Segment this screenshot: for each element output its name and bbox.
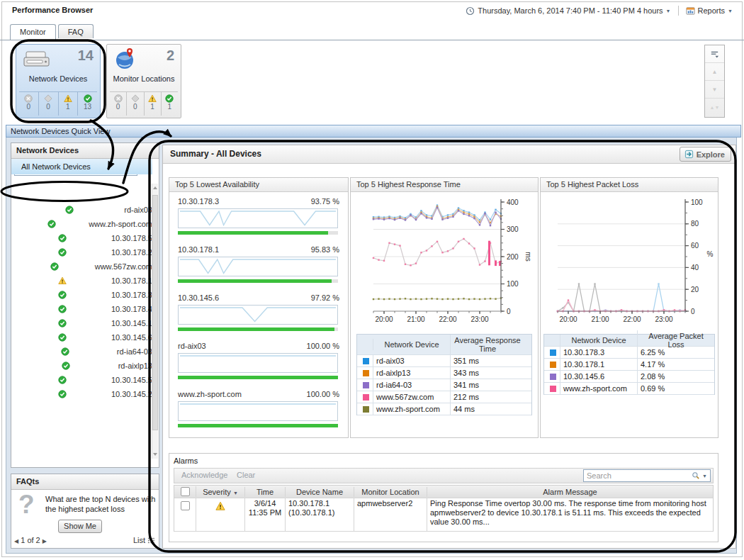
svg-text:40: 40 (691, 264, 699, 271)
scroll-down-button[interactable]: ▼ (705, 81, 724, 99)
status-normal-cell[interactable]: 13 (77, 92, 97, 116)
status-normal-icon (58, 305, 67, 313)
column-time[interactable]: Time (245, 487, 286, 497)
status-fatal-cell[interactable]: 0 (19, 92, 38, 116)
device-list-item[interactable]: 10.30.178.5 (11, 231, 152, 245)
device-list-item[interactable]: www.567zw.com (11, 259, 152, 274)
status-warning-cell[interactable]: 1 (58, 92, 78, 116)
list-icon (147, 537, 155, 544)
availability-row[interactable]: www.zh-sport.com100.00 % (169, 388, 348, 436)
device-list-item[interactable]: 10.30.178.2 (11, 245, 152, 259)
table-row[interactable]: rd-aixlp13 343 ms (357, 367, 531, 379)
device-list-item[interactable]: 10.30.145.6 (11, 330, 152, 345)
scrollbar[interactable] (152, 184, 158, 459)
value-cell: 341 ms (450, 379, 524, 391)
pager-next-icon[interactable]: ▶ (43, 538, 47, 544)
table-row[interactable]: rd-ia64-03 341 ms (357, 379, 531, 391)
device-list-item[interactable]: 10.30.178.1 (11, 274, 152, 288)
table-row[interactable]: www.zh-sport.com 0.69 % (544, 383, 714, 395)
availability-bar-track (178, 231, 338, 235)
search-options-caret-icon[interactable]: ▼ (700, 474, 710, 478)
scroll-down-icon[interactable] (153, 453, 157, 456)
faqts-header: FAQts (11, 474, 159, 490)
value-cell: 4.17 % (637, 359, 714, 370)
reports-menu[interactable]: Reports ▼ (686, 6, 733, 16)
tab-monitor[interactable]: Monitor (10, 24, 56, 40)
device-name: 10.30.145.6 (178, 293, 219, 302)
column-monitor-location[interactable]: Monitor Location (354, 487, 427, 497)
clear-button[interactable]: Clear (237, 471, 255, 479)
device-cell: 10.30.145.6 (560, 371, 637, 382)
device-panel-header: Network Devices (11, 143, 159, 159)
scroll-up-button[interactable]: ▲ (705, 63, 724, 81)
table-row[interactable]: www.zh-sport.com 44 ms (357, 403, 531, 415)
table-row[interactable]: www.567zw.com 212 ms (357, 391, 531, 403)
column-severity[interactable]: Severity ▼ (196, 487, 245, 497)
explore-button[interactable]: Explore (680, 147, 731, 162)
svg-text:100: 100 (507, 280, 519, 288)
device-list-item[interactable]: 10.30.145.2 (11, 387, 152, 401)
faqts-question[interactable]: What are the top N devices with the high… (45, 494, 156, 514)
acknowledge-button[interactable]: Acknowledge (181, 471, 227, 479)
svg-text:0: 0 (691, 308, 695, 315)
select-all-checkbox[interactable] (181, 487, 190, 496)
alarms-search-input[interactable] (584, 471, 692, 481)
table-row[interactable]: rd-aix03 351 ms (357, 355, 531, 367)
collapse-button[interactable]: ▲▼ (705, 99, 724, 116)
pager-prev-icon[interactable]: ◀ (14, 538, 18, 544)
status-unknown-cell[interactable]: 0 (126, 92, 143, 116)
alarm-row[interactable]: 3/6/14 11:35 PM 10.30.178.1 (10.30.178.1… (174, 498, 713, 532)
status-normal-icon (58, 376, 67, 384)
status-normal-icon (58, 291, 67, 299)
availability-bar-track (178, 424, 338, 427)
show-me-button[interactable]: Show Me (58, 520, 102, 533)
availability-row[interactable]: 10.30.178.393.75 % (169, 195, 348, 243)
tile-count: 2 (167, 47, 174, 64)
status-fatal-cell[interactable]: 0 (110, 92, 126, 116)
svg-text:20:00: 20:00 (375, 315, 393, 323)
tab-faq[interactable]: FAQ (58, 24, 94, 38)
status-normal-icon (58, 390, 67, 398)
column-device[interactable]: Network Device (373, 339, 450, 350)
table-row[interactable]: 10.30.145.6 2.08 % (544, 371, 714, 383)
series-swatch (363, 394, 369, 401)
normal-icon (165, 94, 174, 103)
device-list-item[interactable]: 10.30.145.1 (11, 316, 152, 330)
device-list-item[interactable]: rd-ia64-03 (11, 345, 152, 359)
normal-icon (84, 94, 92, 103)
column-alarm-message[interactable]: Alarm Message (427, 487, 713, 497)
column-value[interactable]: Average Response Time (450, 335, 524, 354)
scroll-up-icon[interactable] (153, 186, 157, 189)
column-device-name[interactable]: Device Name (286, 487, 354, 497)
availability-row[interactable]: 10.30.178.195.83 % (169, 243, 348, 291)
status-normal-icon (65, 206, 74, 214)
chevron-down-icon: ▼ (666, 9, 671, 13)
column-device[interactable]: Network Device (560, 335, 637, 346)
value-cell: 212 ms (450, 391, 524, 403)
sidebar-item-all-network-devices[interactable]: All Network Devices (11, 159, 152, 174)
status-unknown-cell[interactable]: 0 (38, 92, 58, 116)
tile-monitor-locations[interactable]: 2 Monitor Locations 0 0 1 1 (106, 44, 181, 118)
question-mark-icon: ? (18, 490, 35, 520)
faqts-list-toggle[interactable]: List (133, 536, 155, 544)
device-list-item[interactable]: rd-aix03 (11, 203, 152, 217)
table-row[interactable]: 10.30.178.1 4.17 % (544, 359, 714, 371)
search-icon[interactable] (692, 471, 700, 480)
device-list-item[interactable]: rd-aixlp13 (11, 359, 152, 373)
device-list-item[interactable]: 10.30.178.3 (11, 288, 152, 302)
device-list-item[interactable]: 10.30.145.5 (11, 373, 152, 387)
timerange-control[interactable]: Thursday, March 6, 2014 7:40 PM - 11:40 … (466, 6, 670, 16)
tile-network-devices[interactable]: 14 Network Devices 0 0 1 13 (16, 44, 101, 118)
availability-row[interactable]: rd-aix03100.00 % (169, 340, 348, 388)
table-row[interactable]: 10.30.178.3 6.25 % (544, 347, 714, 359)
scrollbar-thumb[interactable] (152, 195, 158, 430)
alarm-select-checkbox[interactable] (181, 501, 190, 510)
availability-row[interactable]: 10.30.145.697.92 % (169, 291, 348, 340)
device-list-item[interactable]: 10.30.178.4 (11, 302, 152, 316)
device-list-item[interactable]: www.zh-sport.com (11, 217, 152, 231)
status-warning-cell[interactable]: 1 (144, 92, 161, 116)
sort-menu-button[interactable] (705, 45, 724, 63)
device-name: rd-aix03 (178, 342, 206, 350)
status-normal-cell[interactable]: 1 (161, 92, 178, 116)
performance-browser-window: Performance Browser Thursday, March 6, 2… (0, 0, 744, 560)
